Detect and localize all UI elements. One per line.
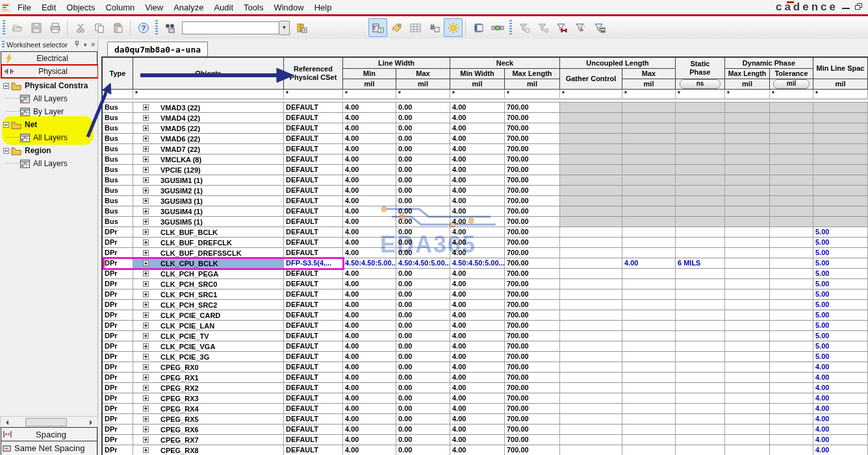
cell-neck-min-width[interactable]: 4.00	[450, 154, 505, 165]
cell-type[interactable]: DPr	[103, 362, 133, 373]
cell-neck-max-length[interactable]: 700.00	[505, 196, 560, 206]
cell-objects[interactable]: CLK_BUF_BCLK	[133, 227, 284, 238]
cell-ref-cset[interactable]: DEFAULT	[284, 269, 343, 279]
restore-button[interactable]	[855, 3, 863, 12]
header-min-line-spac[interactable]: Min Line Spac	[813, 58, 868, 79]
expand-icon[interactable]	[143, 406, 149, 412]
cell-gather-control[interactable]	[560, 393, 622, 404]
cut-button[interactable]	[71, 18, 90, 37]
filter-cell-uncoupled-max[interactable]: *	[622, 90, 676, 99]
cell-type[interactable]: DPr	[103, 279, 133, 289]
cell-ref-cset[interactable]: DEFAULT	[284, 383, 343, 393]
cell-neck-min-width[interactable]: 4.00	[450, 144, 505, 154]
cell-static-phase[interactable]	[676, 445, 725, 455]
cell-objects[interactable]: VMCLKA (8)	[133, 154, 284, 165]
cell-lw-max[interactable]: 0.00	[396, 154, 450, 165]
cell-lw-min[interactable]: 4.00	[343, 279, 396, 289]
cell-lw-max[interactable]: 0.00	[396, 445, 450, 455]
cell-tolerance[interactable]	[770, 352, 813, 362]
cell-lw-min[interactable]: 4.00	[343, 404, 396, 414]
header-uncoupled-length[interactable]: Uncoupled Length	[560, 58, 676, 69]
cell-neck-max-length[interactable]: 700.00	[505, 341, 560, 352]
cell-type[interactable]: DPr	[103, 435, 133, 445]
cell-type[interactable]: DPr	[103, 341, 133, 352]
topology-button[interactable]	[488, 18, 507, 37]
cell-type[interactable]: DPr	[103, 331, 133, 341]
cell-uncoupled-max[interactable]	[622, 134, 676, 144]
cell-static-phase[interactable]	[676, 186, 725, 196]
cell-objects[interactable]: CLK_BUF_DREFCLK	[133, 238, 284, 248]
cell-dyn-max-length[interactable]	[725, 352, 770, 362]
cell-type[interactable]: Bus	[103, 113, 133, 123]
cell-min-line-spacing[interactable]	[813, 103, 868, 113]
cell-static-phase[interactable]	[676, 154, 725, 165]
menu-window[interactable]: Window	[268, 1, 309, 14]
worksheet-selector-toggle[interactable]	[368, 18, 387, 37]
cell-dyn-max-length[interactable]	[725, 321, 770, 331]
cell-lw-max[interactable]: 0.00	[396, 123, 450, 134]
cell-dyn-max-length[interactable]	[725, 310, 770, 321]
cell-ref-cset[interactable]: DEFAULT	[284, 186, 343, 196]
cell-type[interactable]: Bus	[103, 165, 133, 175]
cell-static-phase[interactable]	[676, 404, 725, 414]
cell-objects[interactable]: CPEG_RX2	[133, 383, 284, 393]
cell-lw-max[interactable]: 0.00	[396, 269, 450, 279]
cell-static-phase[interactable]	[676, 321, 725, 331]
cell-type[interactable]: Bus	[103, 123, 133, 134]
expand-icon[interactable]	[143, 146, 149, 152]
cell-static-phase[interactable]	[676, 175, 725, 186]
cell-dyn-max-length[interactable]	[725, 113, 770, 123]
cell-neck-min-width[interactable]: 4.00	[450, 279, 505, 289]
tree-item-net[interactable]: Net	[0, 118, 97, 131]
cell-objects[interactable]: CPEG_RX6	[133, 424, 284, 435]
tree-item-all-layers[interactable]: All Layers	[0, 157, 97, 170]
cell-tolerance[interactable]	[770, 258, 813, 269]
cell-min-line-spacing[interactable]: 4.00	[813, 435, 868, 445]
cell-objects[interactable]: VMAD4 (22)	[133, 113, 284, 123]
header-objects[interactable]: Objects	[133, 58, 284, 90]
cell-type[interactable]: DPr	[103, 414, 133, 424]
cell-neck-min-width[interactable]: 4.00	[450, 435, 505, 445]
menu-tools[interactable]: Tools	[238, 1, 268, 14]
panel-menu-icon[interactable]: ▾	[84, 42, 87, 48]
header-line-width[interactable]: Line Width	[343, 58, 450, 69]
cell-min-line-spacing[interactable]	[813, 165, 868, 175]
cell-dyn-max-length[interactable]	[725, 134, 770, 144]
cell-min-line-spacing[interactable]	[813, 144, 868, 154]
cell-neck-min-width[interactable]: 4.00	[450, 175, 505, 186]
cell-ref-cset[interactable]: DEFAULT	[284, 134, 343, 144]
expand-icon[interactable]	[143, 177, 149, 183]
cell-neck-max-length[interactable]: 700.00	[505, 362, 560, 373]
cell-static-phase[interactable]	[676, 206, 725, 217]
expand-icon[interactable]	[143, 105, 149, 110]
cell-neck-min-width[interactable]: 4.00	[450, 113, 505, 123]
cell-lw-max[interactable]: 0.00	[396, 424, 450, 435]
cell-dyn-max-length[interactable]	[725, 362, 770, 373]
cell-lw-max[interactable]: 0.00	[396, 217, 450, 227]
expand-icon[interactable]	[143, 219, 149, 225]
cell-neck-max-length[interactable]: 700.00	[505, 310, 560, 321]
cell-gather-control[interactable]	[560, 238, 622, 248]
tree-item-physical-constra[interactable]: Physical Constra	[0, 79, 97, 92]
cell-uncoupled-max[interactable]	[622, 321, 676, 331]
cell-type[interactable]: DPr	[103, 424, 133, 435]
cell-min-line-spacing[interactable]: 5.00	[813, 310, 868, 321]
find-replace-button[interactable]	[160, 18, 179, 37]
cell-lw-max[interactable]: 0.00	[396, 310, 450, 321]
filter-clear-button[interactable]	[533, 18, 552, 37]
cell-uncoupled-max[interactable]	[622, 362, 676, 373]
cell-neck-min-width[interactable]: 4.00	[450, 134, 505, 144]
tree-item-all-layers[interactable]: All Layers	[0, 131, 97, 144]
save-button[interactable]	[27, 18, 45, 37]
expand-icon[interactable]	[143, 333, 149, 339]
header-lw-min[interactable]: Min	[343, 69, 396, 79]
cell-dyn-max-length[interactable]	[725, 186, 770, 196]
cell-objects[interactable]: 3GUSIM2 (1)	[133, 186, 284, 196]
cell-neck-min-width[interactable]: 4.00	[450, 196, 505, 206]
filter-cell-ref-cset[interactable]: *	[284, 90, 343, 99]
cell-static-phase[interactable]	[676, 300, 725, 310]
expand-icon[interactable]	[143, 198, 149, 204]
cell-lw-max[interactable]: 0.00	[396, 248, 450, 258]
cell-type[interactable]: Bus	[103, 196, 133, 206]
filter-cell-static-phase[interactable]: *	[676, 90, 725, 99]
